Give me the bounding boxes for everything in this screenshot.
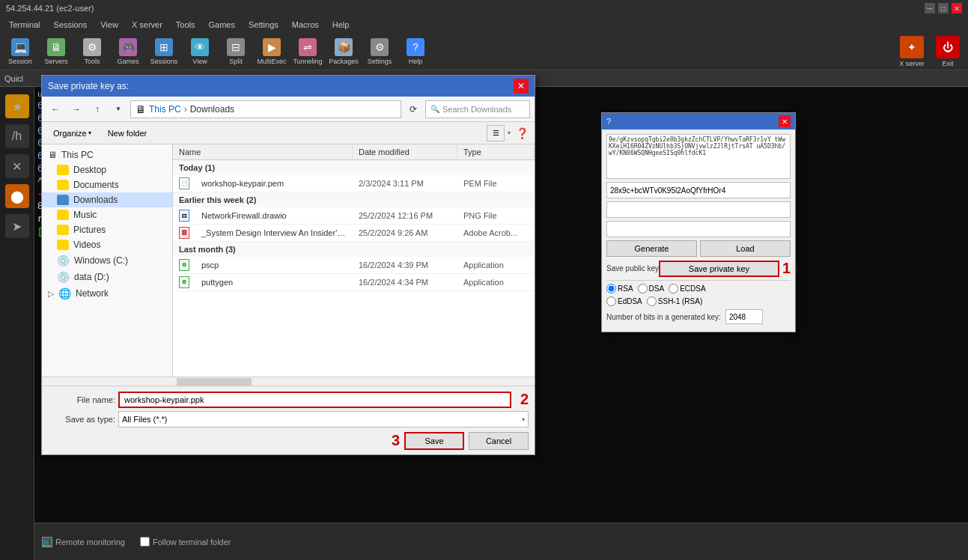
left-item-pictures[interactable]: Pictures bbox=[42, 222, 172, 237]
scroll-thumb[interactable] bbox=[177, 378, 252, 386]
puttygen-content: 9e/gKzvsopqTgbi2e0b3gkzZchCTLVP/YhwvTaRF… bbox=[602, 130, 795, 332]
dialog-help-btn[interactable]: ❓ bbox=[514, 125, 530, 141]
sidebar-orange[interactable]: ⬤ bbox=[5, 184, 29, 208]
puttygen-radio-row2: EdDSA SSH-1 (RSA) bbox=[606, 296, 791, 306]
tunneling-btn[interactable]: ⇌ Tunneling bbox=[292, 36, 323, 67]
servers-btn[interactable]: 🖥 Servers bbox=[40, 36, 72, 67]
file-row-pdf[interactable]: 📕 _System Design Interview An Insider's … bbox=[173, 225, 535, 242]
menu-xserver[interactable]: X server bbox=[126, 19, 168, 31]
left-item-thispc[interactable]: 🖥 This PC bbox=[42, 147, 172, 162]
left-item-windows-drive[interactable]: 💿 Windows (C:) bbox=[42, 252, 172, 269]
packages-btn[interactable]: 📦 Packages bbox=[328, 36, 359, 67]
left-panel: 🖥 This PC Desktop Documents Downloads Mu… bbox=[42, 144, 173, 377]
radio-ecdsa[interactable]: ECDSA bbox=[669, 284, 705, 293]
file-save-dialog: Save private key as: ✕ ← → ↑ ▼ 🖥 This PC… bbox=[41, 75, 535, 455]
h-scrollbar[interactable] bbox=[42, 377, 535, 386]
col-type-header[interactable]: Type bbox=[457, 144, 535, 159]
xserver-btn[interactable]: ✦ X server bbox=[896, 36, 928, 67]
sidebar-star[interactable]: ★ bbox=[5, 94, 29, 118]
group-earlier: Earlier this week (2) bbox=[173, 192, 535, 207]
menu-sessions[interactable]: Sessions bbox=[48, 19, 94, 31]
games-btn[interactable]: 🎮 Games bbox=[112, 36, 144, 67]
pdf-file-icon: 📕 bbox=[173, 227, 195, 239]
menu-help[interactable]: Help bbox=[326, 19, 356, 31]
follow-terminal-checkbox[interactable] bbox=[140, 537, 150, 547]
radio-rsa[interactable]: RSA bbox=[606, 284, 633, 293]
close-btn[interactable]: ✕ bbox=[952, 3, 962, 13]
bits-input[interactable] bbox=[725, 309, 763, 324]
load-btn[interactable]: Load bbox=[700, 240, 791, 257]
file-row-drawio[interactable]: 🖼 NetworkFirewall.drawio 25/2/2024 12:16… bbox=[173, 207, 535, 225]
menu-games[interactable]: Games bbox=[203, 19, 241, 31]
address-downloads: Downloads bbox=[190, 104, 234, 115]
menu-view[interactable]: View bbox=[94, 19, 124, 31]
tools-btn[interactable]: ⚙ Tools bbox=[76, 36, 108, 67]
menu-macros[interactable]: Macros bbox=[286, 19, 325, 31]
menu-terminal[interactable]: Terminal bbox=[3, 19, 46, 31]
sidebar-x[interactable]: ✕ bbox=[5, 154, 29, 178]
address-bar[interactable]: 🖥 This PC › Downloads bbox=[130, 100, 401, 118]
generate-btn[interactable]: Generate bbox=[606, 240, 697, 257]
nav-recent-btn[interactable]: ▼ bbox=[109, 100, 127, 118]
file-date-pem: 2/3/2024 3:11 PM bbox=[353, 177, 457, 189]
file-row-pem[interactable]: 📄 workshop-keypair.pem 2/3/2024 3:11 PM … bbox=[173, 175, 535, 192]
puttygen-passphrase-input[interactable] bbox=[606, 201, 791, 218]
menu-tools[interactable]: Tools bbox=[170, 19, 201, 31]
view-mode-btn[interactable]: ☰ bbox=[487, 125, 505, 141]
remote-monitoring-item[interactable]: 📺 Remote monitoring bbox=[42, 537, 125, 547]
cancel-button[interactable]: Cancel bbox=[469, 432, 529, 450]
nav-up-btn[interactable]: ↑ bbox=[88, 100, 106, 118]
search-box[interactable]: 🔍 Search Downloads bbox=[425, 100, 530, 118]
help-btn[interactable]: ? Help bbox=[400, 36, 431, 67]
nav-forward-btn[interactable]: → bbox=[67, 100, 85, 118]
col-date-header[interactable]: Date modified bbox=[353, 144, 457, 159]
sidebar-send[interactable]: ➤ bbox=[5, 214, 29, 238]
step2-badge: 2 bbox=[520, 391, 529, 408]
new-folder-btn[interactable]: New folder bbox=[101, 125, 154, 141]
menu-settings[interactable]: Settings bbox=[243, 19, 284, 31]
radio-eddsa[interactable]: EdDSA bbox=[606, 296, 642, 306]
left-item-network[interactable]: ▷ 🌐 Network bbox=[42, 285, 172, 302]
follow-terminal-item[interactable]: Follow terminal folder bbox=[140, 537, 231, 547]
multiexec-btn[interactable]: ▶ MultiExec bbox=[256, 36, 287, 67]
settings-toolbar-btn[interactable]: ⚙ Settings bbox=[364, 36, 395, 67]
puttygen-key-area: 9e/gKzvsopqTgbi2e0b3gkzZchCTLVP/YhwvTaRF… bbox=[606, 134, 791, 179]
left-item-music[interactable]: Music bbox=[42, 207, 172, 222]
left-sidebar: ★ /h ✕ ⬤ ➤ bbox=[0, 87, 34, 560]
file-row-pscp[interactable]: ⚙ pscp 16/2/2024 4:39 PM Application bbox=[173, 257, 535, 274]
sessions-btn[interactable]: ⊞ Sessions bbox=[148, 36, 180, 67]
savetype-value: All Files (*.*) bbox=[122, 415, 168, 424]
save-button[interactable]: Save bbox=[404, 432, 464, 450]
left-item-videos[interactable]: Videos bbox=[42, 237, 172, 252]
filename-input[interactable] bbox=[118, 392, 511, 408]
session-btn[interactable]: 💻 Session bbox=[4, 36, 36, 67]
sidebar-folder[interactable]: /h bbox=[5, 124, 29, 148]
file-row-puttygen[interactable]: ⚙ puttygen 16/2/2024 4:34 PM Application bbox=[173, 274, 535, 291]
split-btn[interactable]: ⊟ Split bbox=[220, 36, 252, 67]
left-item-data-drive[interactable]: 💿 data (D:) bbox=[42, 269, 172, 285]
col-name-header[interactable]: Name bbox=[173, 144, 353, 159]
maximize-btn[interactable]: □ bbox=[938, 3, 949, 13]
organize-btn[interactable]: Organize ▾ bbox=[46, 125, 98, 141]
puttygen-fingerprint-input[interactable] bbox=[606, 182, 791, 198]
left-item-documents[interactable]: Documents bbox=[42, 177, 172, 192]
puttygen-radio-row: RSA DSA ECDSA bbox=[606, 284, 791, 293]
puttygen-confirm-input[interactable] bbox=[606, 221, 791, 237]
nav-back-btn[interactable]: ← bbox=[46, 100, 64, 118]
view-btn[interactable]: 👁 View bbox=[184, 36, 216, 67]
remote-monitoring-label: Remote monitoring bbox=[55, 538, 125, 547]
radio-dsa[interactable]: DSA bbox=[638, 284, 665, 293]
minimize-btn[interactable]: ─ bbox=[925, 3, 935, 13]
dialog-close-btn[interactable]: ✕ bbox=[514, 79, 529, 94]
exit-btn[interactable]: ⏻ Exit bbox=[932, 36, 964, 67]
left-item-desktop[interactable]: Desktop bbox=[42, 162, 172, 177]
step1-badge: 1 bbox=[782, 260, 791, 277]
savetype-arrow: ▾ bbox=[522, 416, 525, 423]
save-private-btn[interactable]: Save private key bbox=[659, 261, 779, 277]
radio-ssh1[interactable]: SSH-1 (RSA) bbox=[647, 296, 702, 306]
puttygen-close-btn[interactable]: ✕ bbox=[779, 115, 791, 127]
puttygen-save-public-row: Save public key Save private key 1 bbox=[606, 260, 791, 277]
left-item-downloads[interactable]: Downloads bbox=[42, 192, 172, 207]
savetype-dropdown[interactable]: All Files (*.*) ▾ bbox=[118, 411, 529, 427]
nav-refresh-btn[interactable]: ⟳ bbox=[404, 100, 422, 118]
